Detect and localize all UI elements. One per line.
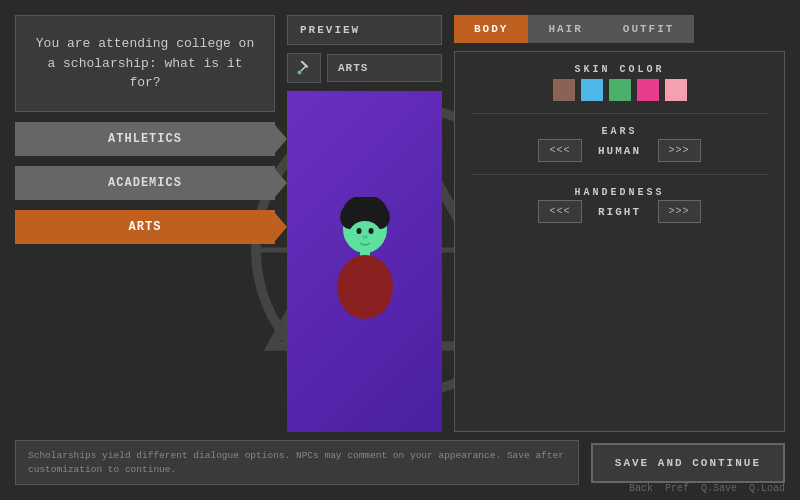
skin-color-label: SKIN COLOR <box>471 64 768 75</box>
svg-point-15 <box>368 228 373 234</box>
back-button[interactable]: Back <box>629 483 653 494</box>
svg-point-12 <box>337 255 393 319</box>
preview-label: PREVIEW <box>287 15 442 45</box>
tab-row: BODY HAIR OUTFIT <box>454 15 785 43</box>
brush-icon-box[interactable] <box>287 53 321 83</box>
question-text: You are attending college on a scholarsh… <box>36 36 254 90</box>
ears-section: EARS <<< HUMAN >>> <box>471 126 768 162</box>
handedness-value: RIGHT <box>590 206 650 218</box>
divider-2 <box>471 174 768 175</box>
athletics-arrow <box>275 125 287 153</box>
svg-line-6 <box>301 65 307 71</box>
handedness-nav-row: <<< RIGHT >>> <box>471 200 768 223</box>
body-customization-panel: SKIN COLOR EARS <<< HUMAN <box>454 51 785 432</box>
top-row: You are attending college on a scholarsh… <box>15 15 785 432</box>
main-container: You are attending college on a scholarsh… <box>0 0 800 500</box>
arts-arrow <box>275 213 287 241</box>
preview-name-row: ARTS <box>287 53 442 83</box>
handedness-next-btn[interactable]: >>> <box>658 200 701 223</box>
choice-arts[interactable]: ARTS <box>15 210 275 244</box>
choice-athletics[interactable]: ATHLETICS <box>15 122 275 156</box>
hint-text: Scholarships yield different dialogue op… <box>28 450 564 474</box>
choice-academics[interactable]: ACADEMICS <box>15 166 275 200</box>
left-panel: You are attending college on a scholarsh… <box>15 15 275 432</box>
character-preview <box>287 91 442 432</box>
svg-point-16 <box>362 235 368 239</box>
character-svg <box>320 197 410 327</box>
skin-color-pink[interactable] <box>637 79 659 101</box>
system-row: Back Pref Q.Save Q.Load <box>629 483 785 494</box>
qsave-button[interactable]: Q.Save <box>701 483 737 494</box>
skin-color-blue[interactable] <box>581 79 603 101</box>
svg-point-14 <box>356 228 361 234</box>
handedness-section: HANDEDNESS <<< RIGHT >>> <box>471 187 768 223</box>
save-continue-button[interactable]: SAVE AND CONTINUE <box>591 443 785 483</box>
tab-body[interactable]: BODY <box>454 15 528 43</box>
academics-arrow <box>275 169 287 197</box>
bottom-bar: Scholarships yield different dialogue op… <box>15 440 785 485</box>
tab-outfit[interactable]: OUTFIT <box>603 15 695 43</box>
handedness-label: HANDEDNESS <box>471 187 768 198</box>
skin-color-green[interactable] <box>609 79 631 101</box>
ears-label: EARS <box>471 126 768 137</box>
arts-tag: ARTS <box>327 54 442 82</box>
ears-prev-btn[interactable]: <<< <box>538 139 581 162</box>
right-panel: BODY HAIR OUTFIT SKIN COLOR <box>454 15 785 432</box>
skin-color-light-pink[interactable] <box>665 79 687 101</box>
brush-icon <box>297 61 311 75</box>
ears-next-btn[interactable]: >>> <box>658 139 701 162</box>
skin-color-section: SKIN COLOR <box>471 64 768 101</box>
hint-box: Scholarships yield different dialogue op… <box>15 440 579 485</box>
ears-value: HUMAN <box>590 145 650 157</box>
pref-button[interactable]: Pref <box>665 483 689 494</box>
qload-button[interactable]: Q.Load <box>749 483 785 494</box>
divider-1 <box>471 113 768 114</box>
handedness-prev-btn[interactable]: <<< <box>538 200 581 223</box>
ears-nav-row: <<< HUMAN >>> <box>471 139 768 162</box>
question-box: You are attending college on a scholarsh… <box>15 15 275 112</box>
skin-color-brown[interactable] <box>553 79 575 101</box>
tab-hair[interactable]: HAIR <box>528 15 602 43</box>
svg-point-5 <box>298 71 302 75</box>
middle-panel: PREVIEW ARTS <box>287 15 442 432</box>
color-row <box>471 79 768 101</box>
